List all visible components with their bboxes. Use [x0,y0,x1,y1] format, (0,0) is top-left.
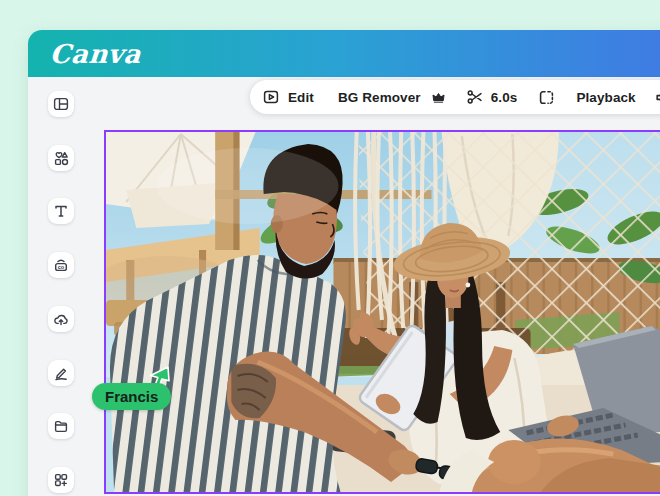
sidebar-item-brand[interactable]: co [48,252,74,278]
playback-label: Playback [576,90,635,105]
brand-icon-text: co [58,264,65,270]
draw-icon [53,365,69,381]
trim-button[interactable]: 6.0s [466,88,518,106]
collaborator-name: Francis [105,388,158,405]
bg-remover-button[interactable]: BG Remover [338,90,446,105]
volume-icon [654,88,660,107]
text-icon [53,203,69,219]
uploads-icon [53,311,69,327]
panels-icon [53,96,69,112]
canva-logo: Canva [49,39,142,69]
collaborator-name-badge: Francis [92,383,171,410]
projects-icon [53,418,69,434]
crown-pro-icon [431,90,446,105]
bg-remover-label: BG Remover [338,90,421,105]
sidebar-item-elements[interactable] [48,145,74,171]
flip-button[interactable] [537,88,556,107]
sidebar-item-text[interactable] [48,198,74,224]
sidebar-item-design-panels[interactable] [48,91,74,117]
app-header: Canva [28,30,660,77]
scissors-icon [466,88,484,106]
volume-button[interactable] [654,88,660,107]
trim-duration-label: 6.0s [491,90,518,105]
playback-button[interactable]: Playback [576,90,635,105]
edit-button[interactable]: Edit [262,88,314,106]
brand-icon: co [53,257,69,273]
edit-label: Edit [288,90,314,105]
apps-icon [53,472,69,488]
canvas-photo[interactable] [106,132,660,492]
elements-icon [53,150,69,166]
screenshot-stage: Canva co [0,0,660,496]
sidebar-item-uploads[interactable] [48,306,74,332]
flip-icon [537,88,556,107]
sidebar-item-draw[interactable] [48,360,74,386]
sidebar-item-apps[interactable] [48,467,74,493]
context-toolbar: Edit BG Remover 6.0s Playback [250,80,660,114]
sidebar-item-projects[interactable] [48,413,74,439]
edit-play-icon [262,88,280,106]
selected-image-frame[interactable] [104,130,660,494]
